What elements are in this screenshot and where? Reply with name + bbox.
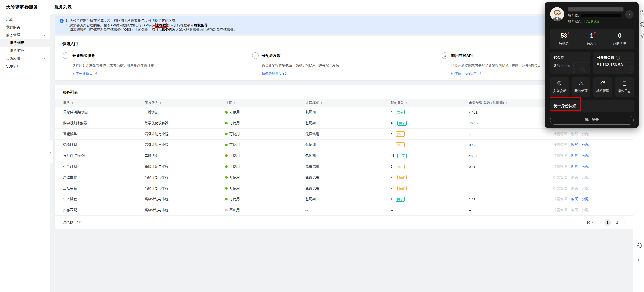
sort-icon[interactable]: ▲▼ — [71, 102, 73, 104]
sort-icon[interactable]: ▲▼ — [160, 102, 161, 104]
howto-purchase-link[interactable]: 如何开通购买 — [72, 72, 250, 76]
concurrency-type-badge: 共享 — [396, 110, 405, 115]
table-row: 三维装箱 高级计划与排程 可使用 免费试用 20独占 -- 按需管理购买分配 — [55, 183, 639, 194]
concurrency-value: 2 — [391, 143, 393, 147]
sidebar: 天筹求解器服务 总览 我的购买 服务管理 ▴ 服务列表 服务监控 边缘应用 ▾ … — [0, 0, 50, 292]
stat-tickets[interactable]: 0 我的工单 — [606, 32, 634, 46]
concurrency-type-badge: 共享 — [397, 121, 407, 126]
status-text: 不可用 — [229, 208, 240, 212]
notification-dot — [568, 32, 569, 34]
tile-my-credentials[interactable]: 我的凭证 — [572, 77, 591, 97]
page-2-button[interactable]: 2 — [614, 219, 621, 226]
iam-entry[interactable]: 统一身份认证 — [550, 100, 634, 112]
page-size-select[interactable]: 10 ▾ — [583, 219, 597, 226]
status-dot — [225, 111, 228, 114]
help-icon[interactable] — [640, 10, 644, 16]
sidebar-item-service-mgmt[interactable]: 服务管理 ▴ — [0, 31, 50, 39]
parent-service: 高级计划与排程 — [145, 175, 169, 179]
col-concurrency[interactable]: 我的并发▲▼ — [382, 99, 460, 107]
app-window: 天筹求解器服务 总览 我的购买 服务管理 ▴ 服务列表 服务监控 边缘应用 ▾ … — [0, 0, 644, 292]
coupon-ticket-icon: % — [572, 61, 590, 74]
page-1-button[interactable]: 1 — [604, 219, 611, 226]
status-text: 可使用 — [229, 165, 240, 168]
sidebar-item-edge-app[interactable]: 边缘应用 ▾ — [0, 55, 50, 62]
howto-assign-link[interactable]: 如何分配并发 — [261, 72, 439, 76]
op-manage-ondemand: 按需管理 — [553, 154, 567, 158]
col-quota[interactable]: 未分配数/总数 (包周期)▲▼ — [460, 99, 545, 107]
logout-button[interactable]: 退出登录 — [550, 116, 634, 125]
op-assign[interactable]: 分配 — [582, 197, 589, 201]
op-buy[interactable]: 购买 — [571, 165, 578, 168]
service-authorize-link[interactable]: 服务授权 — [162, 28, 176, 31]
op-buy[interactable]: 购买 — [571, 143, 578, 147]
quickstart-step-2: 2 分配并发数 购买并发数套餐包后，为指定的IAM用户分配并发数 如何分配并发 — [252, 52, 442, 76]
col-billing[interactable]: 计费模式▲▼ — [297, 99, 382, 107]
status-dot — [225, 209, 228, 211]
status-dot — [225, 198, 228, 200]
sort-icon[interactable]: ▲▼ — [233, 102, 235, 104]
op-buy[interactable]: 购买 — [571, 197, 578, 201]
account-id-label: 账号ID: — [568, 13, 579, 18]
invoice-amount-card[interactable]: 可开票金额? ¥1,162,156.53 — [593, 52, 634, 74]
settings-gear-icon[interactable] — [640, 33, 644, 39]
concurrency-type-badge: 独占 — [396, 142, 405, 147]
sidebar-item-sdk[interactable]: SDK管理 — [0, 62, 50, 70]
sidebar-item-service-list[interactable]: 服务列表 — [0, 39, 50, 47]
authorize-guide-link[interactable]: 授权指导 — [194, 23, 208, 27]
tile-operation-logs[interactable]: 操作日志 — [615, 77, 634, 97]
parent-service: 二维切割 — [145, 154, 158, 158]
op-assign[interactable]: 分配 — [582, 143, 589, 147]
stat-pending-payment[interactable]: 1 待支付 — [578, 32, 606, 46]
billing-mode: 免费试用 — [305, 165, 319, 168]
next-page-button[interactable]: › — [624, 221, 625, 224]
op-manage-ondemand: 按需管理 — [553, 186, 567, 190]
tile-tag-management[interactable]: 标签管理 — [593, 77, 612, 97]
col-service[interactable]: 服务▲▼ — [55, 99, 136, 107]
service-name: 生产排程 — [63, 197, 77, 201]
support-headset-icon[interactable] — [637, 242, 642, 248]
op-assign[interactable]: 分配 — [582, 154, 589, 158]
avatar[interactable] — [550, 7, 564, 21]
sidebar-item-overview[interactable]: 总览 — [0, 15, 50, 23]
quota-value: 0 / 1 — [469, 165, 475, 169]
parent-service: 高级计划与排程 — [145, 197, 169, 201]
shield-icon — [557, 81, 562, 86]
step-connector — [285, 56, 433, 56]
feedback-smiley-icon[interactable] — [640, 22, 644, 27]
tile-security-settings[interactable]: 安全设置 — [550, 77, 569, 97]
prev-page-button[interactable]: ‹ — [600, 221, 601, 224]
verified-badge: 已实名认证 — [584, 19, 600, 24]
status-text: 可使用 — [229, 197, 240, 201]
sort-icon[interactable]: ▲▼ — [406, 102, 408, 104]
sort-icon[interactable]: ▲▼ — [321, 102, 322, 104]
col-parent-service[interactable]: 所属服务▲▼ — [136, 99, 217, 107]
op-buy[interactable]: 购买 — [571, 154, 578, 158]
external-link-icon — [283, 72, 286, 75]
parent-service: 高级计划与排程 — [145, 143, 169, 147]
col-status[interactable]: 状态▲▼ — [217, 99, 297, 107]
stat-renewals[interactable]: 53 待续费 — [550, 32, 578, 46]
sidebar-item-purchase[interactable]: 我的购买 — [0, 23, 50, 31]
billing-mode: 包周期 — [305, 110, 316, 114]
sidebar-collapse-handle[interactable]: ‹ — [48, 140, 53, 164]
svg-text:%: % — [579, 66, 585, 74]
service-name: 方形件-电子锯 — [63, 154, 85, 158]
op-manage-ondemand: 按需管理 — [553, 208, 567, 212]
account-status-label: 账号状态: — [568, 19, 582, 24]
authorize-link[interactable]: 去授权 — [155, 23, 167, 28]
parent-service: 高级计划与排程 — [145, 208, 169, 212]
op-assign[interactable]: 分配 — [582, 165, 589, 168]
log-document-icon — [622, 81, 627, 86]
sort-icon[interactable]: ▲▼ — [505, 102, 507, 104]
table-row: 运输计划 高级计划与排程 可使用 包周期 2独占 0 / 2 按需管理购买分配 — [55, 140, 639, 150]
sidebar-item-service-monitor[interactable]: 服务监控 — [0, 47, 50, 55]
collapse-panel-button[interactable] — [625, 10, 634, 19]
op-manage-ondemand: 按需管理 — [553, 165, 567, 168]
status-text: 可使用 — [229, 110, 240, 114]
chevron-left-icon: ‹ — [50, 150, 51, 154]
chevron-down-icon: ▾ — [592, 221, 593, 224]
expand-right-icon[interactable]: › — [638, 257, 643, 263]
coupons-card[interactable]: 代金券 0张 ¥0.00 % — [550, 52, 590, 74]
help-icon[interactable]: ? — [616, 56, 620, 60]
chevron-up-icon: ▴ — [43, 33, 45, 37]
